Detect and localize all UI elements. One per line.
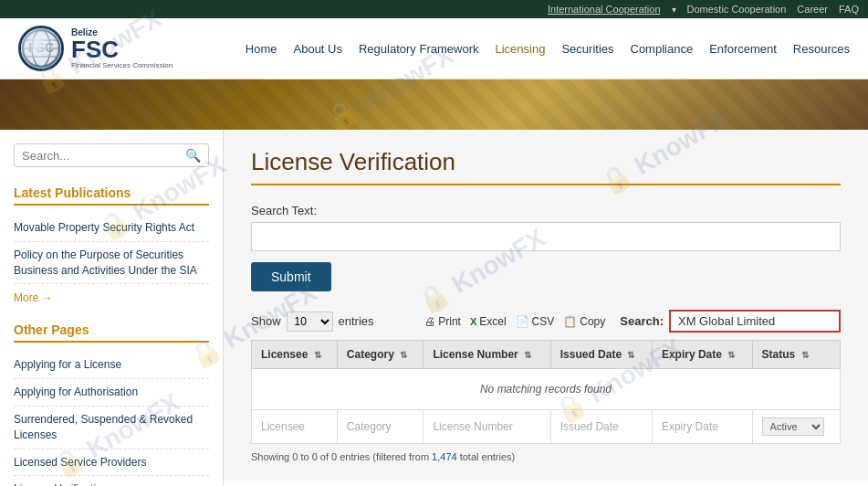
footer-total-link[interactable]: 1,474 xyxy=(432,451,457,462)
csv-label: CSV xyxy=(532,315,555,328)
no-records-row: No matching records found xyxy=(252,369,841,410)
nav-enforcement[interactable]: Enforcement xyxy=(709,42,777,56)
sort-icon-license-number: ⇅ xyxy=(524,350,531,360)
table-toolbar: Show 10 25 50 100 entries 🖨 Print X xyxy=(251,310,841,333)
no-records-message: No matching records found xyxy=(252,369,841,410)
sidebar-other-2[interactable]: Applying for Authorisation xyxy=(14,379,209,407)
license-search-input[interactable] xyxy=(251,222,841,251)
svg-point-0 xyxy=(23,30,59,67)
print-button[interactable]: 🖨 Print xyxy=(424,315,461,328)
submit-button[interactable]: Submit xyxy=(251,262,331,291)
sidebar-search-input[interactable] xyxy=(22,149,185,163)
copy-label: Copy xyxy=(580,315,605,328)
sidebar-pub-1[interactable]: Movable Property Security Rights Act xyxy=(14,215,209,242)
top-bar: International Cooperation ▾ Domestic Coo… xyxy=(0,0,868,18)
placeholder-issued-date: Issued Date xyxy=(550,410,652,444)
logo-text: Belize FSC Financial Services Commission xyxy=(71,27,173,69)
footer-text-1: Showing 0 to 0 of 0 entries (filtered fr… xyxy=(251,451,432,462)
show-entries: Show 10 25 50 100 entries xyxy=(251,312,374,332)
placeholder-license-number: License Number xyxy=(424,410,550,444)
placeholder-status[interactable]: Active Inactive xyxy=(752,410,840,444)
logo-fsc: FSC xyxy=(71,37,173,61)
col-issued-date[interactable]: Issued Date ⇅ xyxy=(550,341,652,369)
col-category[interactable]: Category ⇅ xyxy=(337,341,424,369)
sort-icon-issued-date: ⇅ xyxy=(627,350,634,360)
nav-compliance[interactable]: Compliance xyxy=(631,42,694,56)
col-status[interactable]: Status ⇅ xyxy=(752,341,840,369)
svg-point-1 xyxy=(32,30,50,67)
other-pages-section: Other Pages Applying for a License Apply… xyxy=(14,322,209,486)
table-actions: 🖨 Print X Excel 📄 CSV 📋 Copy xyxy=(424,315,605,328)
csv-button[interactable]: 📄 CSV xyxy=(516,315,555,328)
table-header: Licensee ⇅ Category ⇅ License Number ⇅ I… xyxy=(252,341,841,369)
main-nav: Home About Us Regulatory Framework Licen… xyxy=(201,42,850,56)
placeholder-licensee: Licensee xyxy=(252,410,338,444)
main-content: License Verification Search Text: Submit… xyxy=(224,130,868,481)
nav-regulatory[interactable]: Regulatory Framework xyxy=(359,42,479,56)
nav-licensing[interactable]: Licensing xyxy=(495,42,545,56)
page-title: License Verification xyxy=(251,148,841,185)
search-bar-label: Search: xyxy=(620,314,664,328)
placeholder-category: Category xyxy=(337,410,424,444)
sidebar: 🔍 Latest Publications Movable Property S… xyxy=(0,130,224,486)
logo-area: FSC Belize FSC Financial Services Commis… xyxy=(18,26,201,71)
faq-link[interactable]: FAQ xyxy=(839,4,859,15)
sidebar-other-4[interactable]: Licensed Service Providers xyxy=(14,449,209,477)
table-placeholder-row: Licensee Category License Number Issued … xyxy=(252,410,841,444)
sidebar-pub-2[interactable]: Policy on the Purpose of Securities Busi… xyxy=(14,242,209,285)
footer-text-2: total entries) xyxy=(457,451,516,462)
hero-banner xyxy=(0,79,868,130)
sidebar-more-link[interactable]: More → xyxy=(14,291,53,304)
nav-home[interactable]: Home xyxy=(246,42,277,56)
entries-select[interactable]: 10 25 50 100 xyxy=(287,312,333,332)
site-header: FSC Belize FSC Financial Services Commis… xyxy=(0,18,868,79)
nav-resources[interactable]: Resources xyxy=(793,42,850,56)
sidebar-other-1[interactable]: Applying for a License xyxy=(14,352,209,379)
domestic-coop-link[interactable]: Domestic Cooperation xyxy=(687,4,787,15)
placeholder-expiry-date: Expiry Date xyxy=(652,410,752,444)
col-license-number[interactable]: License Number ⇅ xyxy=(424,341,550,369)
sort-icon-licensee: ⇅ xyxy=(314,350,321,360)
copy-icon: 📋 xyxy=(563,315,577,328)
sort-icon-category: ⇅ xyxy=(400,350,407,360)
svg-text:FSC: FSC xyxy=(28,40,54,55)
print-label: Print xyxy=(438,315,461,328)
dropdown-arrow-icon: ▾ xyxy=(672,5,676,15)
nav-about[interactable]: About Us xyxy=(294,42,342,56)
nav-securities[interactable]: Securities xyxy=(561,42,613,56)
logo-sub: Financial Services Commission xyxy=(71,61,173,69)
show-label: Show xyxy=(251,314,281,328)
sidebar-other-5[interactable]: License Verification xyxy=(14,476,209,486)
col-licensee[interactable]: Licensee ⇅ xyxy=(252,341,338,369)
excel-icon: X xyxy=(470,316,476,327)
search-bar-area: Search: xyxy=(620,310,841,333)
table-body: No matching records found Licensee Categ… xyxy=(252,369,841,444)
col-expiry-date[interactable]: Expiry Date ⇅ xyxy=(652,341,752,369)
other-pages-title: Other Pages xyxy=(14,322,209,343)
search-icon[interactable]: 🔍 xyxy=(185,148,201,163)
intl-coop-link[interactable]: International Cooperation xyxy=(548,4,661,15)
table-footer: Showing 0 to 0 of 0 entries (filtered fr… xyxy=(251,451,841,462)
career-link[interactable]: Career xyxy=(797,4,828,15)
excel-button[interactable]: X Excel xyxy=(470,315,507,328)
sort-icon-status: ⇅ xyxy=(801,350,809,360)
data-table: Licensee ⇅ Category ⇅ License Number ⇅ I… xyxy=(251,340,841,444)
latest-publications-title: Latest Publications xyxy=(14,185,209,206)
logo-globe: FSC xyxy=(18,26,64,71)
page-layout: 🔍 Latest Publications Movable Property S… xyxy=(0,130,868,486)
sidebar-other-3[interactable]: Surrendered, Suspended & Revoked License… xyxy=(14,407,209,449)
excel-label: Excel xyxy=(479,315,506,328)
copy-button[interactable]: 📋 Copy xyxy=(563,315,605,328)
search-text-label: Search Text: xyxy=(251,204,841,217)
print-icon: 🖨 xyxy=(424,315,435,328)
csv-icon: 📄 xyxy=(516,315,529,328)
entries-label: entries xyxy=(339,314,374,328)
sort-icon-expiry-date: ⇅ xyxy=(727,350,735,360)
sidebar-search-box[interactable]: 🔍 xyxy=(14,143,209,167)
status-select[interactable]: Active Inactive xyxy=(762,417,824,436)
search-value-input[interactable] xyxy=(669,310,841,333)
